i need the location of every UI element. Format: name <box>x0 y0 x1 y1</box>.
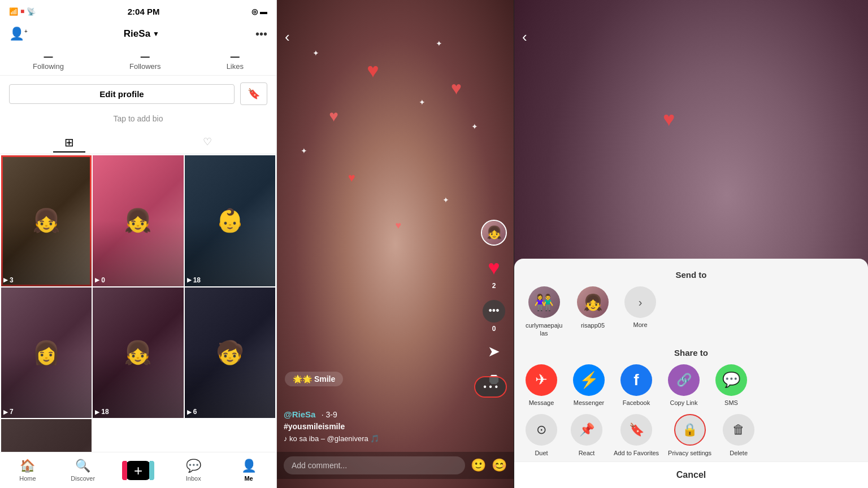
video-count: ▶ 6 <box>187 408 197 416</box>
comment-count: 0 <box>492 325 496 333</box>
video-username[interactable]: @RieSa <box>284 409 315 419</box>
back-button[interactable]: ‹ <box>285 28 290 46</box>
signal-icons: 📶 ■ 📡 <box>9 7 36 16</box>
nav-create[interactable]: + <box>121 461 155 480</box>
more-label: More <box>633 321 647 328</box>
video-grid: 👧 ▶ 3 👧 ▶ 0 👶 ▶ 18 👩 ▶ <box>0 154 276 488</box>
action-privacy[interactable]: 🔒 Privacy settings <box>668 414 711 457</box>
video-tag: · 3-9 <box>322 410 337 419</box>
video-grid-tabs: ⊞ ♡ <box>0 130 276 154</box>
nav-home[interactable]: 🏠 Home <box>11 459 45 482</box>
creator-avatar[interactable]: 👧 <box>481 220 507 246</box>
back-button-3[interactable]: ‹ <box>522 28 527 46</box>
share-button[interactable]: ➤ <box>488 343 500 360</box>
send-to-title: Send to <box>514 268 868 286</box>
video-music: ♪ ko sa iba – @glaenivera 🎵 <box>284 434 474 443</box>
profile-screen: 📶 ■ 📡 2:04 PM ◎ ▬ 👤+ RieSa ▼ ••• — Follo… <box>0 0 277 488</box>
action-duet[interactable]: ⊙ Duet <box>523 414 559 457</box>
nav-me[interactable]: 👤 Me <box>232 459 266 482</box>
tab-likes[interactable]: — Likes <box>215 50 255 73</box>
play-icon: ▶ <box>187 409 192 415</box>
airplay-icon: ◎ <box>251 7 258 16</box>
cellular-icon: 📶 <box>9 7 18 16</box>
status-bar: 📶 ■ 📡 2:04 PM ◎ ▬ <box>0 0 276 20</box>
thumb-overlay <box>93 287 183 419</box>
video-info: @RieSa · 3-9 #yousmileismile ♪ ko sa iba… <box>284 409 474 443</box>
video-thumb[interactable]: 👧 ▶ 3 <box>1 155 92 286</box>
video-count: ▶ 3 <box>3 276 14 284</box>
thumb-overlay <box>1 287 92 419</box>
favorites-icon: 🔖 <box>620 414 652 446</box>
inbox-icon: 💬 <box>186 459 201 473</box>
filter-label: 🌟 🌟 Smile <box>285 372 343 386</box>
copylink-icon: 🔗 <box>668 364 700 396</box>
more-circle: › <box>624 286 656 318</box>
contact-risapp[interactable]: 👧 risapp05 <box>576 286 610 338</box>
dropdown-icon: ▼ <box>153 30 159 38</box>
messenger-icon: ⚡ <box>573 364 605 396</box>
share-sms[interactable]: 💬 SMS <box>713 364 749 406</box>
profile-nav: 👤+ RieSa ▼ ••• <box>0 20 276 47</box>
create-button[interactable]: + <box>126 461 150 480</box>
video-count: ▶ 18 <box>187 276 201 284</box>
status-time: 2:04 PM <box>128 7 160 16</box>
profile-stats-tabs: — Following — Followers — Likes <box>0 47 276 76</box>
action-delete[interactable]: 🗑 Delete <box>721 414 757 457</box>
bio-text[interactable]: Tap to add bio <box>0 112 276 130</box>
battery-icon: ▬ <box>260 7 267 16</box>
contacts-row: 👫 curlymaepaju las 👧 risapp05 › More <box>514 286 868 338</box>
comment-button[interactable]: ••• 0 <box>483 300 505 333</box>
nav-inbox[interactable]: 💬 Inbox <box>176 459 210 482</box>
smiley-icon[interactable]: 😊 <box>492 458 507 473</box>
bookmark-button[interactable]: 🔖 <box>240 82 267 105</box>
discover-icon: 🔍 <box>75 459 90 473</box>
share-facebook[interactable]: f Facebook <box>618 364 654 406</box>
delete-icon: 🗑 <box>723 414 754 446</box>
share-sheet: Send to 👫 curlymaepaju las 👧 risapp05 › … <box>514 259 868 488</box>
video-thumb[interactable]: 👧 ▶ 0 <box>93 155 183 286</box>
video-screen: ♥ ♥ ♥ ♥ ♥ ✦ ✦ ✦ ✦ ✦ ✦ ‹ 👧 ♥ 2 ••• 0 ➤ ⏺ <box>277 0 514 488</box>
right-status-icons: ◎ ▬ <box>251 7 267 16</box>
action-favorites[interactable]: 🔖 Add to Favorites <box>614 414 659 457</box>
more-options-icon[interactable]: ••• <box>255 28 267 41</box>
comment-bar: Add comment... 🙂 😊 <box>277 452 514 479</box>
contact-avatar: 👫 <box>528 286 560 318</box>
comment-input[interactable]: Add comment... <box>284 456 465 474</box>
contact-more[interactable]: › More <box>623 286 657 338</box>
battery-red-icon: ■ <box>20 7 24 15</box>
share-copylink[interactable]: 🔗 Copy Link <box>666 364 702 406</box>
cancel-button[interactable]: Cancel <box>514 461 868 488</box>
add-user-icon[interactable]: 👤+ <box>9 27 28 41</box>
facebook-icon: f <box>620 364 652 396</box>
play-icon: ▶ <box>187 277 192 283</box>
video-thumb[interactable]: 👩 ▶ 7 <box>1 287 92 419</box>
tab-following[interactable]: — Following <box>21 50 75 73</box>
video-thumb[interactable]: 👶 ▶ 18 <box>185 155 275 286</box>
privacy-icon: 🔒 <box>674 414 706 446</box>
share-screen: ♥ ‹ Send to 👫 curlymaepaju las 👧 risapp0… <box>514 0 868 488</box>
more-options-floating[interactable]: • • • <box>474 376 507 398</box>
play-icon: ▶ <box>95 409 99 415</box>
sms-icon: 💬 <box>715 364 747 396</box>
contact-curly[interactable]: 👫 curlymaepaju las <box>526 286 562 338</box>
video-thumb[interactable]: 🧒 ▶ 6 <box>185 287 275 419</box>
video-count: ▶ 18 <box>95 408 108 416</box>
username-display[interactable]: RieSa ▼ <box>124 28 159 40</box>
share-message[interactable]: ✈ Message <box>523 364 559 406</box>
face-emoji-icon[interactable]: 🙂 <box>471 458 486 473</box>
liked-videos-tab[interactable]: ♡ <box>192 133 223 152</box>
contact-name: risapp05 <box>581 321 605 329</box>
edit-profile-button[interactable]: Edit profile <box>9 84 235 104</box>
bottom-navigation: 🏠 Home 🔍 Discover + 💬 Inbox 👤 Me <box>0 452 276 488</box>
video-thumb[interactable]: 👧 ▶ 18 <box>93 287 183 419</box>
thumb-overlay <box>185 155 275 286</box>
share-to-title: Share to <box>514 346 868 364</box>
share-messenger[interactable]: ⚡ Messenger <box>571 364 607 406</box>
grid-view-tab[interactable]: ⊞ <box>53 133 85 152</box>
nav-discover[interactable]: 🔍 Discover <box>66 459 100 482</box>
home-icon: 🏠 <box>20 459 35 473</box>
tab-followers[interactable]: — Followers <box>118 50 172 73</box>
video-count: ▶ 0 <box>95 276 105 284</box>
action-react[interactable]: 📌 React <box>568 414 605 457</box>
like-button[interactable]: ♥ 2 <box>488 256 500 290</box>
